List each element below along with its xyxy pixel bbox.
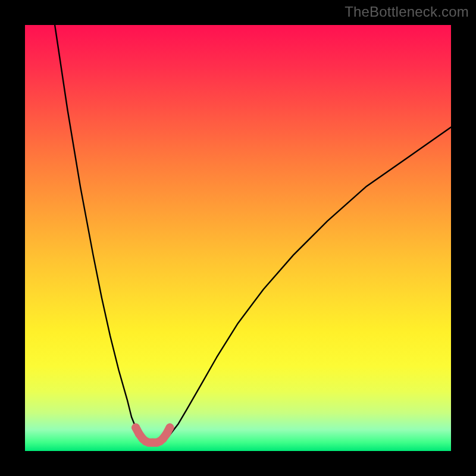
watermark-text: TheBottleneck.com — [345, 4, 469, 20]
plot-area — [25, 25, 451, 451]
series-bottom-marker-dot — [165, 424, 174, 432]
curve-layer — [25, 25, 451, 451]
series-left-branch — [55, 25, 149, 443]
chart-frame: TheBottleneck.com — [0, 0, 476, 476]
series-right-branch — [161, 127, 451, 443]
